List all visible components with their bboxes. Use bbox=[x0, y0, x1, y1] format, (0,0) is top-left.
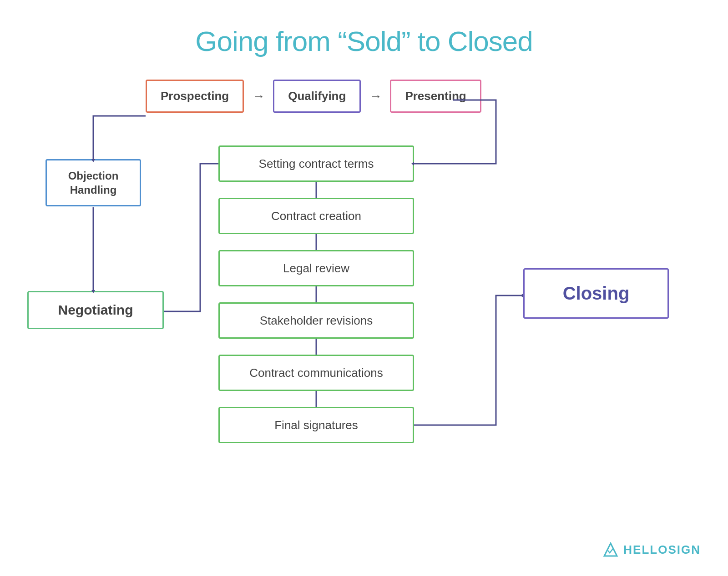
process-box-setting-contract-terms: Setting contract terms bbox=[218, 145, 414, 182]
arrow-qualifying-presenting: → bbox=[369, 89, 382, 104]
box-presenting: Presenting bbox=[390, 80, 481, 113]
hellosign-logo-icon bbox=[602, 541, 619, 558]
process-box-legal-review: Legal review bbox=[218, 250, 414, 286]
top-flow-row: Prospecting → Qualifying → Presenting bbox=[146, 80, 481, 113]
svg-marker-9 bbox=[520, 294, 523, 297]
box-negotiating: Negotiating bbox=[27, 291, 164, 329]
hellosign-logo: HELLOSIGN bbox=[602, 541, 701, 558]
hellosign-logo-text: HELLOSIGN bbox=[623, 543, 701, 557]
box-qualifying: Qualifying bbox=[273, 80, 361, 113]
arrow-prospecting-qualifying: → bbox=[252, 89, 265, 104]
page-title: Going from “Sold” to Closed bbox=[0, 0, 728, 57]
box-closing: Closing bbox=[523, 268, 669, 319]
box-prospecting: Prospecting bbox=[146, 80, 244, 113]
process-box-stakeholder-revisions: Stakeholder revisions bbox=[218, 302, 414, 339]
page-container: Going from “Sold” to Closed Prospecting … bbox=[0, 0, 728, 576]
process-box-contract-communications: Contract communications bbox=[218, 355, 414, 391]
process-box-final-signatures: Final signatures bbox=[218, 407, 414, 443]
box-objection-handling: Objection Handling bbox=[46, 159, 141, 206]
svg-marker-10 bbox=[604, 543, 617, 556]
process-box-contract-creation: Contract creation bbox=[218, 198, 414, 234]
